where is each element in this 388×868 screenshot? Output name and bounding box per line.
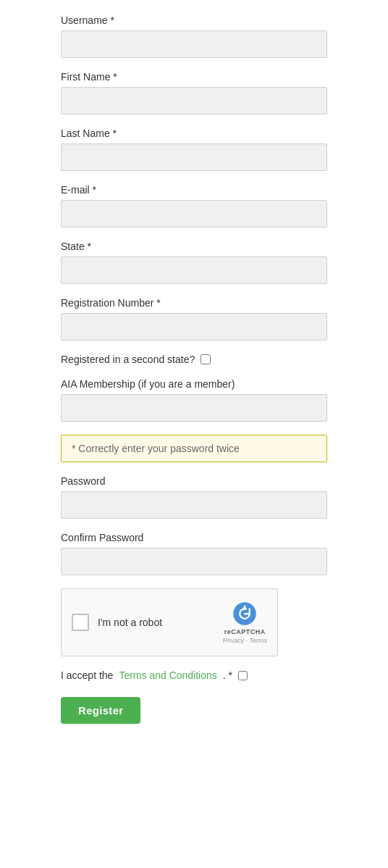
captcha-checkbox[interactable] — [72, 614, 89, 631]
registration-form: Username * First Name * Last Name * E-ma… — [61, 14, 327, 724]
username-label: Username * — [61, 14, 327, 26]
password-input[interactable] — [61, 491, 327, 519]
recaptcha-icon — [232, 601, 258, 627]
first-name-group: First Name * — [61, 71, 327, 114]
terms-group: I accept the Terms and Conditions. * — [61, 669, 327, 681]
captcha-links: Privacy · Terms — [223, 637, 267, 644]
second-state-label: Registered in a second state? — [61, 354, 195, 365]
state-label: State * — [61, 241, 327, 252]
terms-prefix: I accept the — [61, 669, 113, 681]
terms-checkbox[interactable] — [238, 671, 248, 680]
email-input[interactable] — [61, 200, 327, 228]
captcha-logo: reCAPTCHA Privacy · Terms — [223, 601, 267, 644]
captcha-label: I'm not a robot — [98, 617, 162, 628]
username-input[interactable] — [61, 30, 327, 58]
first-name-input[interactable] — [61, 87, 327, 114]
aia-membership-label: AIA Membership (if you are a member) — [61, 378, 327, 390]
captcha-brand: reCAPTCHA — [224, 628, 266, 635]
password-hint: * Correctly enter your password twice — [61, 435, 327, 462]
recaptcha-widget[interactable]: I'm not a robot reCAPTCHA Privacy · Term… — [61, 588, 278, 656]
password-group: Password — [61, 475, 327, 519]
state-input[interactable] — [61, 256, 327, 284]
terms-suffix: . * — [223, 669, 232, 681]
registration-number-label: Registration Number * — [61, 297, 327, 309]
email-label: E-mail * — [61, 184, 327, 196]
confirm-password-input[interactable] — [61, 548, 327, 575]
last-name-label: Last Name * — [61, 128, 327, 139]
first-name-label: First Name * — [61, 71, 327, 83]
confirm-password-label: Confirm Password — [61, 532, 327, 543]
email-group: E-mail * — [61, 184, 327, 228]
aia-membership-input[interactable] — [61, 394, 327, 422]
last-name-group: Last Name * — [61, 128, 327, 171]
captcha-left: I'm not a robot — [72, 614, 162, 631]
last-name-input[interactable] — [61, 143, 327, 171]
username-group: Username * — [61, 14, 327, 58]
register-button[interactable]: Register — [61, 697, 140, 724]
registration-number-input[interactable] — [61, 313, 327, 341]
second-state-group: Registered in a second state? — [61, 354, 327, 365]
confirm-password-group: Confirm Password — [61, 532, 327, 575]
terms-link[interactable]: Terms and Conditions — [119, 669, 216, 681]
registration-number-group: Registration Number * — [61, 297, 327, 341]
aia-membership-group: AIA Membership (if you are a member) — [61, 378, 327, 422]
state-group: State * — [61, 241, 327, 284]
second-state-checkbox[interactable] — [201, 354, 211, 364]
password-label: Password — [61, 475, 327, 487]
